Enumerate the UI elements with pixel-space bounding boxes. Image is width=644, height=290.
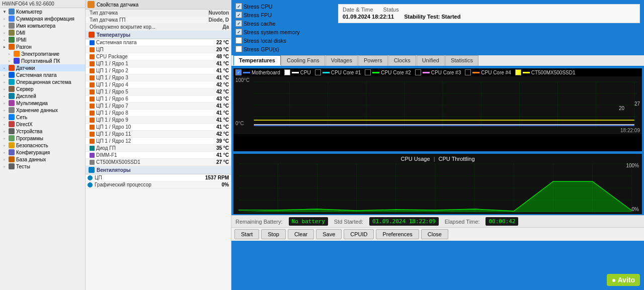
legend-item-1[interactable]: ✓ CPU (284, 69, 311, 75)
legend-item-4[interactable]: CPU Core #3 (415, 69, 461, 75)
item-label: Имя компьютера (16, 23, 55, 29)
expand-arrow: ▸ (2, 129, 7, 134)
start-button[interactable]: Start (234, 229, 259, 239)
stress-checkboxes: ✓ Stress CPU ✓ Stress FPU ✓ Stress cache… (233, 2, 334, 53)
item-icon (9, 86, 15, 92)
temp-value: 27 °C (204, 159, 229, 165)
close-button[interactable]: Close (421, 229, 448, 239)
sidebar-computer-label: Компьютер (16, 9, 42, 15)
clear-button[interactable]: Clear (288, 229, 314, 239)
temp-value: 41 °C (204, 117, 229, 123)
stress-area: ✓ Stress CPU ✓ Stress FPU ✓ Stress cache… (231, 0, 644, 55)
legend-item-2[interactable]: CPU Core #1 (315, 69, 361, 75)
sidebar-item-info[interactable]: ▸ Суммарная информация (0, 15, 85, 22)
sidebar-title: HWiNFO64 v6.92-6600 (2, 1, 54, 7)
stress-checkbox-3[interactable]: ✓ Stress system memory (233, 28, 334, 36)
sidebar-item-display[interactable]: ▸ Дисплей (0, 92, 85, 100)
tab-cooling-fans[interactable]: Cooling Fans (281, 55, 325, 66)
item-icon (9, 65, 15, 71)
sidebar-item-media[interactable]: ▸ Мультимедиа (0, 100, 85, 107)
item-icon (9, 149, 15, 155)
tab-temperatures[interactable]: Temperatures (233, 55, 281, 66)
stress-checkbox-4[interactable]: Stress local disks (233, 36, 334, 45)
preferences-button[interactable]: Preferences (376, 229, 419, 239)
sidebar-item-laptop[interactable]: ▸ Портативный ПК (0, 57, 85, 64)
tab-voltages[interactable]: Voltages (326, 55, 358, 66)
divider: | (434, 156, 435, 162)
stress-checkbox-2[interactable]: ✓ Stress cache (233, 19, 334, 28)
fan-row-0: ЦП 1537 RPM (86, 174, 231, 181)
item-label: Портативный ПК (21, 58, 60, 64)
sidebar-item-mb[interactable]: ▸ Системная плата (0, 71, 85, 78)
sidebar-item-ipmi[interactable]: ▸ IPMI (0, 36, 85, 43)
temp-name: ЦП 1 / Ядро 4 (96, 82, 202, 87)
legend-cb: ✓ (235, 69, 242, 75)
temp-row-8: ЦП 1 / Ядро 6 43 °C (86, 95, 231, 103)
right-section: ✓ Stress CPU ✓ Stress FPU ✓ Stress cache… (231, 0, 644, 290)
item-label: Мультимедиа (16, 101, 48, 106)
sidebar-item-db[interactable]: ▸ База данных (0, 156, 85, 163)
item-icon (9, 107, 15, 113)
sidebar-item-storage[interactable]: ▸ Хранение данных (0, 107, 85, 114)
sidebar-item-pc[interactable]: ▸ Имя компьютера (0, 22, 85, 29)
started-value: 01.09.2024 18:22:09 (369, 217, 439, 226)
item-label: Программы (16, 136, 43, 141)
sensor-gpu-type-label: Тип датчика ГП (90, 17, 202, 23)
sidebar-item-security[interactable]: ▸ Безопасность (0, 142, 85, 149)
checkbox-label: Stress system memory (244, 29, 300, 35)
battery-label: Remaining Battery: (235, 219, 283, 225)
expand-arrow: ▸ (2, 93, 7, 99)
legend-item-5[interactable]: CPU Core #4 (465, 69, 511, 75)
temp-row-10: ЦП 1 / Ядро 8 41 °C (86, 110, 231, 117)
legend-line (292, 72, 299, 73)
item-label: Хранение данных (16, 108, 58, 113)
temp-name: DIMM-F1 (96, 152, 202, 158)
stop-button[interactable]: Stop (261, 229, 286, 239)
expand-arrow: ▸ (2, 16, 7, 21)
tab-unified[interactable]: Unified (417, 55, 445, 66)
temp-name: ЦП 1 / Ядро 2 (96, 68, 202, 73)
stress-checkbox-5[interactable]: Stress GPU(s) (233, 45, 334, 53)
temp-icon (90, 68, 95, 73)
sidebar-item-dmi[interactable]: ▸ DMI (0, 29, 85, 36)
sidebar-item-apps[interactable]: ▸ Программы (0, 135, 85, 142)
sidebar-item-computer[interactable]: ▼ Компьютер (0, 8, 85, 15)
chart-legend: ✓ Motherboard ✓ CPU CPU Core #1 CPU Core… (233, 68, 642, 76)
sidebar-item-dx[interactable]: ▸ DirectX (0, 121, 85, 128)
temp-name: ЦП 1 / Ядро 6 (96, 96, 202, 102)
tab-statistics[interactable]: Statistics (445, 55, 478, 66)
computer-icon (9, 9, 15, 15)
fans-section-label: Вентиляторы (97, 167, 131, 173)
save-button[interactable]: Save (316, 229, 342, 239)
temp-icon (90, 96, 95, 102)
checkbox-mark: ✓ (235, 12, 242, 18)
tab-powers[interactable]: Powers (358, 55, 388, 66)
legend-item-3[interactable]: CPU Core #2 (365, 69, 411, 75)
legend-item-0[interactable]: ✓ Motherboard (235, 69, 280, 75)
item-icon (9, 79, 15, 85)
sidebar-item-config[interactable]: ▸ Конфигурация (0, 149, 85, 156)
sidebar-item-server[interactable]: ▸ Сервер (0, 85, 85, 92)
expand-arrow: ▸ (2, 115, 7, 120)
sidebar-item-oc[interactable]: ▸ Разгон (0, 43, 85, 50)
stress-checkbox-1[interactable]: ✓ Stress FPU (233, 11, 334, 19)
item-label: Конфигурация (16, 150, 50, 155)
sensor-icon (88, 1, 95, 8)
sidebar-item-devices[interactable]: ▸ Устройства (0, 128, 85, 135)
legend-item-6[interactable]: ✓ CT500MX500SSD1 (515, 69, 576, 75)
cpuid-button[interactable]: CPUID (344, 229, 374, 239)
checkbox-mark: ✓ (235, 29, 242, 35)
legend-label: CPU Core #1 (331, 70, 361, 75)
sidebar-item-sensor[interactable]: ▸ Датчики (0, 64, 85, 71)
sidebar-item-os[interactable]: ▸ Операционная система (0, 78, 85, 85)
tab-clocks[interactable]: Clocks (388, 55, 416, 66)
sidebar-item-network[interactable]: ▸ Сеть (0, 114, 85, 121)
fan-value: 1537 RPM (204, 175, 229, 180)
sidebar-item-tests[interactable]: ▸ Тесты (0, 163, 85, 170)
sidebar-item-power[interactable]: ▸ Электропитание (0, 50, 85, 57)
temp-row-0: Системная плата 22 °C (86, 39, 231, 46)
temp-value: 48 °C (204, 54, 229, 59)
sensor-vcore-row: Обнаружено вскрытие кор... Да (86, 24, 231, 31)
legend-label: Motherboard (252, 70, 280, 75)
stress-checkbox-0[interactable]: ✓ Stress CPU (233, 2, 334, 11)
